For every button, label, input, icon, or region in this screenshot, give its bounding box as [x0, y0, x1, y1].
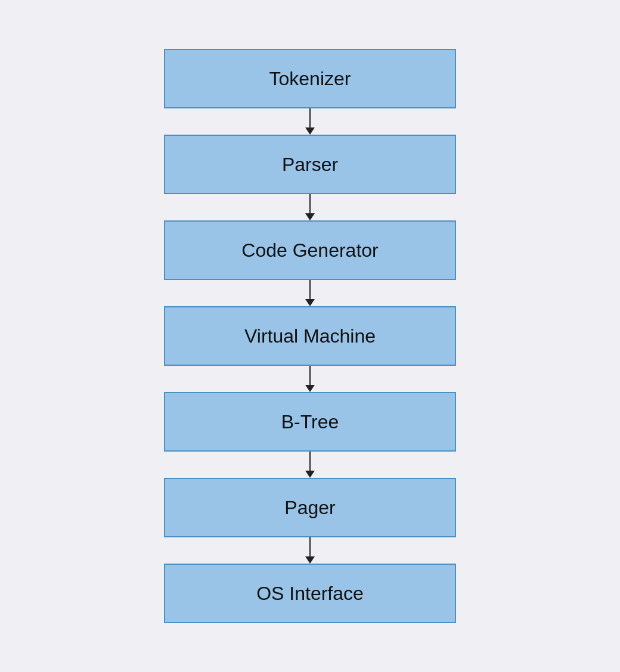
arrow-line-3	[309, 280, 311, 299]
node-parser: Parser	[164, 135, 456, 194]
node-os-interface: OS Interface	[164, 564, 456, 623]
arrow-line-5	[309, 452, 311, 471]
arrow-line-2	[309, 194, 311, 213]
arrow-2	[305, 194, 315, 220]
arrow-head-2	[305, 213, 315, 220]
arrow-head-3	[305, 299, 315, 306]
node-b-tree-label: B-Tree	[281, 411, 339, 433]
node-code-generator: Code Generator	[164, 220, 456, 280]
arrow-head-6	[305, 556, 315, 564]
arrow-line-1	[309, 108, 311, 127]
arrow-3	[305, 280, 315, 306]
arrow-line-4	[309, 366, 311, 385]
node-b-tree: B-Tree	[164, 392, 456, 452]
arrow-6	[305, 537, 315, 564]
arrow-5	[305, 452, 315, 478]
node-virtual-machine: Virtual Machine	[164, 306, 456, 366]
arrow-line-6	[309, 537, 311, 556]
arrow-1	[305, 108, 315, 135]
node-tokenizer: Tokenizer	[164, 49, 456, 108]
flowchart-diagram: Tokenizer Parser Code Generator Virtual …	[164, 49, 456, 623]
node-tokenizer-label: Tokenizer	[269, 68, 351, 90]
node-os-interface-label: OS Interface	[256, 583, 364, 605]
node-pager: Pager	[164, 478, 456, 537]
arrow-head-5	[305, 471, 315, 478]
node-virtual-machine-label: Virtual Machine	[244, 325, 376, 347]
node-pager-label: Pager	[284, 497, 335, 519]
node-parser-label: Parser	[282, 154, 338, 176]
arrow-head-4	[305, 385, 315, 392]
arrow-head-1	[305, 127, 315, 135]
arrow-4	[305, 366, 315, 392]
node-code-generator-label: Code Generator	[241, 239, 378, 262]
